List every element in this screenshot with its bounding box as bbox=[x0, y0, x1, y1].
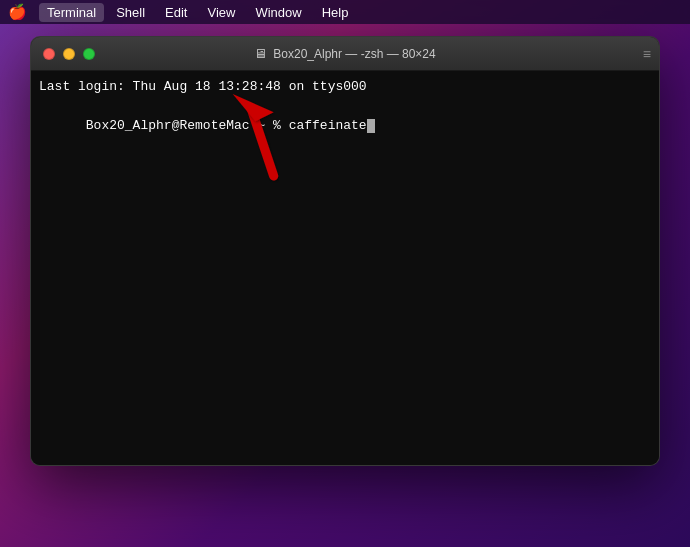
menu-help[interactable]: Help bbox=[314, 3, 357, 22]
terminal-prompt: Box20_Alphr@RemoteMac ~ % bbox=[86, 118, 289, 133]
terminal-title-icon: 🖥 bbox=[254, 46, 267, 61]
terminal-command: caffeinate bbox=[289, 118, 367, 133]
menu-edit[interactable]: Edit bbox=[157, 3, 195, 22]
menu-shell[interactable]: Shell bbox=[108, 3, 153, 22]
maximize-button[interactable] bbox=[83, 48, 95, 60]
apple-menu[interactable]: 🍎 bbox=[8, 3, 27, 21]
terminal-content[interactable]: Last login: Thu Aug 18 13:28:48 on ttys0… bbox=[31, 71, 659, 465]
terminal-cursor bbox=[367, 119, 375, 133]
menu-bar: 🍎 Terminal Shell Edit View Window Help bbox=[0, 0, 690, 24]
terminal-titlebar: 🖥 Box20_Alphr — -zsh — 80×24 ≡ bbox=[31, 37, 659, 71]
terminal-line-1: Last login: Thu Aug 18 13:28:48 on ttys0… bbox=[39, 77, 651, 97]
scrollbar-icon[interactable]: ≡ bbox=[643, 46, 651, 62]
terminal-title: 🖥 Box20_Alphr — -zsh — 80×24 bbox=[254, 46, 435, 61]
menu-bar-items: Terminal Shell Edit View Window Help bbox=[39, 3, 356, 22]
menu-view[interactable]: View bbox=[199, 3, 243, 22]
terminal-line-2: Box20_Alphr@RemoteMac ~ % caffeinate bbox=[39, 97, 651, 156]
menu-terminal[interactable]: Terminal bbox=[39, 3, 104, 22]
terminal-window: 🖥 Box20_Alphr — -zsh — 80×24 ≡ Last logi… bbox=[30, 36, 660, 466]
minimize-button[interactable] bbox=[63, 48, 75, 60]
close-button[interactable] bbox=[43, 48, 55, 60]
menu-window[interactable]: Window bbox=[247, 3, 309, 22]
terminal-title-text: Box20_Alphr — -zsh — 80×24 bbox=[273, 47, 435, 61]
traffic-lights bbox=[43, 48, 95, 60]
